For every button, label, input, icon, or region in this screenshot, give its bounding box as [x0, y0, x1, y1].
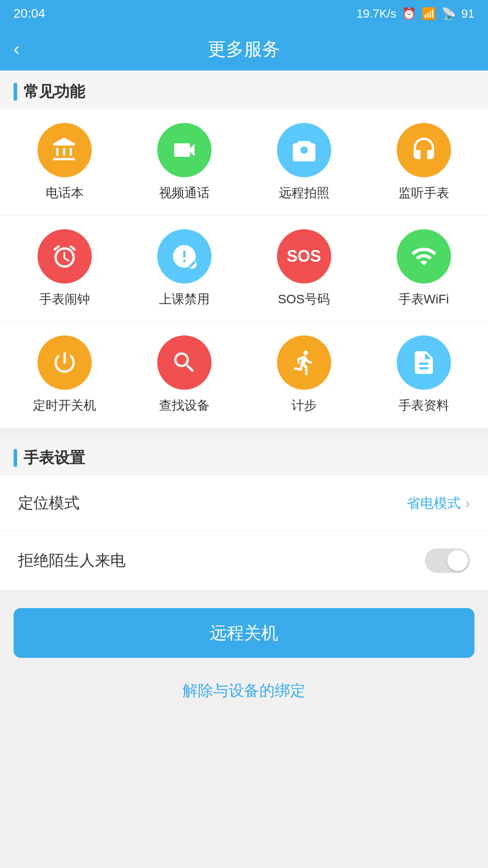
- signal-icon: 📶: [422, 7, 436, 21]
- alarm-clock-icon: [51, 243, 78, 270]
- network-speed: 19.7K/s: [357, 7, 396, 21]
- steps-icon-circle: [277, 335, 331, 390]
- class-ban-icon-circle: [157, 229, 211, 283]
- grid-row-2: 手表闹钟 上课禁用 SOS SOS号码: [0, 215, 488, 321]
- remote-photo-label: 远程拍照: [279, 184, 329, 202]
- document-icon: [410, 349, 437, 376]
- grid-item-alarm[interactable]: 手表闹钟: [9, 229, 120, 308]
- grid-item-video-call[interactable]: 视频通话: [129, 123, 239, 202]
- section-indicator: [14, 83, 17, 101]
- back-button[interactable]: ‹: [14, 39, 19, 59]
- camera-icon: [291, 137, 318, 164]
- sos-label: SOS号码: [278, 291, 330, 308]
- grid-item-find-device[interactable]: 查找设备: [129, 335, 239, 414]
- class-ban-label: 上课禁用: [159, 291, 210, 308]
- grid-row-3: 定时开关机 查找设备 计步: [0, 321, 488, 428]
- phonebook-icon-circle: [38, 123, 92, 177]
- video-call-label: 视频通话: [159, 184, 210, 202]
- watch-info-label: 手表资料: [399, 397, 449, 414]
- find-device-label: 查找设备: [159, 397, 210, 414]
- battery-level: 91: [461, 7, 474, 21]
- wifi-icon: [410, 243, 437, 270]
- grid-item-timer-power[interactable]: 定时开关机: [9, 335, 120, 414]
- main-content: 常见功能 电话本 视频通话: [0, 71, 488, 728]
- watch-settings-title: 手表设置: [23, 448, 85, 468]
- video-call-icon: [171, 137, 198, 164]
- timer-power-icon-circle: [38, 335, 92, 390]
- grid-item-class-ban[interactable]: 上课禁用: [129, 229, 239, 308]
- monitor-watch-icon-circle: [397, 123, 451, 177]
- steps-label: 计步: [291, 397, 317, 414]
- ban-clock-icon: [171, 243, 198, 270]
- battery-indicator: 91: [461, 7, 474, 21]
- chevron-right-icon: ›: [465, 495, 470, 511]
- grid-item-remote-photo[interactable]: 远程拍照: [249, 123, 359, 202]
- watch-settings-indicator: [14, 449, 17, 467]
- toggle-knob: [447, 550, 468, 571]
- block-strangers-label: 拒绝陌生人来电: [18, 550, 126, 571]
- footsteps-icon: [291, 349, 318, 376]
- find-device-icon-circle: [157, 335, 211, 390]
- grid-item-steps[interactable]: 计步: [249, 335, 359, 414]
- unbind-wrapper: 解除与设备的绑定: [0, 667, 488, 728]
- sos-icon-circle: SOS: [277, 229, 331, 283]
- power-icon: [51, 349, 78, 376]
- grid-item-phonebook[interactable]: 电话本: [9, 123, 120, 202]
- wifi-icon: 📡: [441, 7, 456, 21]
- status-time: 20:04: [14, 6, 45, 21]
- unbind-button[interactable]: 解除与设备的绑定: [183, 680, 305, 701]
- page-title: 更多服务: [208, 37, 280, 61]
- headphone-icon: [410, 137, 437, 164]
- common-section-title: 常见功能: [23, 81, 85, 102]
- grid-item-sos[interactable]: SOS SOS号码: [249, 229, 359, 308]
- status-bar: 20:04 19.7K/s ⏰ 📶 📡 91: [0, 0, 488, 27]
- watch-settings-header: 手表设置: [0, 437, 488, 476]
- location-mode-value: 省电模式 ›: [407, 494, 470, 513]
- location-mode-text: 省电模式: [407, 494, 461, 513]
- grid-item-watch-info[interactable]: 手表资料: [368, 335, 479, 414]
- wifi-label: 手表WiFi: [399, 291, 449, 308]
- phonebook-label: 电话本: [46, 184, 84, 202]
- common-section-header: 常见功能: [0, 71, 488, 109]
- grid-row-1: 电话本 视频通话 远程拍照: [0, 109, 488, 215]
- alarm-label: 手表闹钟: [39, 291, 90, 308]
- settings-item-block-strangers[interactable]: 拒绝陌生人来电: [0, 531, 488, 590]
- remote-photo-icon-circle: [277, 123, 331, 177]
- phone-book-icon: [51, 137, 78, 164]
- remote-shutdown-button[interactable]: 远程关机: [14, 608, 474, 658]
- grid-item-wifi[interactable]: 手表WiFi: [368, 229, 479, 308]
- gap-1: [0, 428, 488, 437]
- monitor-watch-label: 监听手表: [399, 184, 449, 202]
- status-right: 19.7K/s ⏰ 📶 📡 91: [357, 7, 474, 21]
- video-call-icon-circle: [157, 123, 211, 177]
- grid-item-monitor-watch[interactable]: 监听手表: [368, 123, 479, 202]
- block-strangers-toggle[interactable]: [425, 548, 470, 573]
- location-mode-label: 定位模式: [18, 493, 80, 514]
- alarm-icon-circle: [38, 229, 92, 283]
- settings-card: 定位模式 省电模式 › 拒绝陌生人来电: [0, 476, 488, 590]
- wifi-icon-circle: [397, 229, 451, 283]
- remote-shutdown-wrapper: 远程关机: [0, 590, 488, 667]
- sos-text: SOS: [286, 247, 321, 266]
- timer-power-label: 定时开关机: [33, 397, 96, 414]
- app-header: ‹ 更多服务: [0, 27, 488, 71]
- alarm-icon: ⏰: [402, 7, 416, 21]
- settings-item-location[interactable]: 定位模式 省电模式 ›: [0, 476, 488, 531]
- search-icon: [171, 349, 198, 376]
- watch-info-icon-circle: [397, 335, 451, 390]
